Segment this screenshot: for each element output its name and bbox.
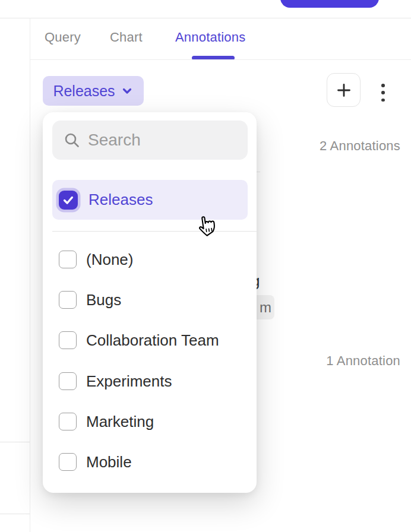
checkbox-unchecked[interactable] (59, 413, 77, 430)
kebab-dot (381, 84, 385, 87)
annotation-type-filter-button[interactable]: Releases (43, 76, 144, 106)
option-marketing[interactable]: Marketing (59, 413, 154, 430)
clipped-tag-chip: m (255, 295, 274, 319)
checkbox-unchecked[interactable] (59, 251, 77, 268)
option-label: Mobile (86, 453, 132, 471)
checkbox-unchecked[interactable] (59, 331, 77, 349)
option-experiments[interactable]: Experiments (59, 372, 172, 390)
primary-action-button-clipped[interactable] (280, 0, 379, 8)
add-annotation-button[interactable] (327, 73, 361, 107)
tabbar-divider (30, 59, 411, 60)
more-options-button[interactable] (381, 84, 385, 102)
sidebar-divider-vertical (30, 18, 30, 532)
option-mobile[interactable]: Mobile (59, 453, 132, 471)
option-label: Collaboration Team (86, 331, 219, 349)
option-collaboration-team[interactable]: Collaboration Team (59, 331, 219, 349)
sidebar-row-divider (0, 514, 30, 514)
tab-chart[interactable]: Chart (110, 30, 143, 45)
option-releases-selected[interactable]: Releases (52, 180, 248, 220)
tab-query[interactable]: Query (45, 30, 81, 45)
option-bugs[interactable]: Bugs (59, 291, 121, 309)
option-label: Experiments (86, 372, 172, 390)
plus-icon (335, 81, 353, 99)
checkbox-unchecked[interactable] (59, 372, 77, 390)
clipped-tag-chip-text: m (260, 299, 271, 316)
screen: Query Chart Annotations 2 Annotations 1 … (0, 0, 411, 532)
checkbox-unchecked[interactable] (59, 291, 77, 309)
search-input[interactable] (52, 121, 248, 160)
filter-button-label: Releases (53, 83, 115, 100)
dropdown-divider (52, 231, 257, 232)
kebab-dot (381, 99, 385, 102)
option-none[interactable]: (None) (59, 251, 133, 268)
annotation-filter-dropdown: Releases (None) Bugs Collaboration Team … (43, 112, 257, 493)
option-label: (None) (86, 251, 133, 268)
option-label: Bugs (86, 291, 121, 309)
option-label: Releases (88, 191, 153, 209)
sidebar-row-divider (0, 442, 30, 442)
annotation-count: 2 Annotations (320, 138, 400, 154)
annotation-count: 1 Annotation (326, 353, 400, 369)
topbar-divider (0, 18, 411, 18)
chevron-down-icon (121, 84, 134, 97)
tab-annotations[interactable]: Annotations (175, 30, 245, 45)
option-label: Marketing (86, 413, 154, 430)
kebab-dot (381, 91, 385, 94)
checkbox-unchecked[interactable] (59, 453, 77, 471)
checkbox-checked-icon[interactable] (59, 191, 78, 210)
dropdown-search (52, 121, 248, 160)
